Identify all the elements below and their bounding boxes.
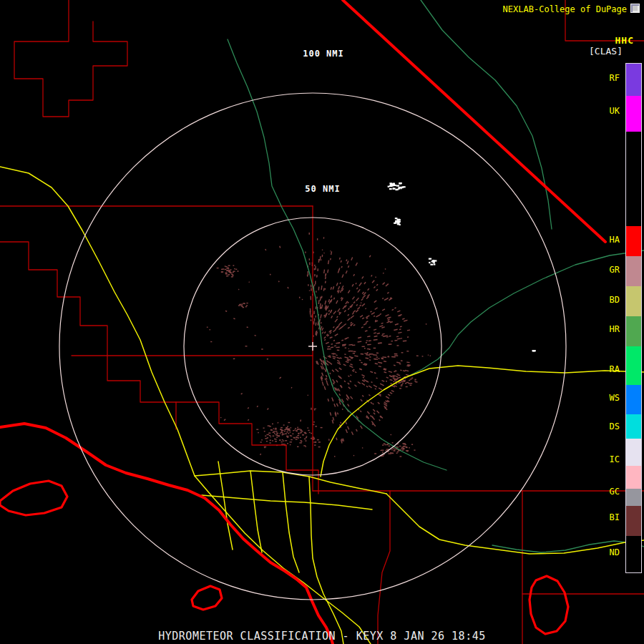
- brand-text: NEXLAB-College of DuPage: [503, 4, 627, 14]
- legend-segment-gr: [626, 256, 641, 286]
- legend-segment-hr: [626, 316, 641, 346]
- interstate-layer: [0, 0, 605, 644]
- legend-segment-blank: [626, 132, 641, 226]
- legend-segment-bd: [626, 286, 641, 316]
- legend-segment-ic: [626, 466, 641, 489]
- radar-site-marker: [308, 342, 317, 351]
- legend-segment-bi: [626, 506, 641, 536]
- river-layer: [228, 0, 644, 552]
- legend-segment-ds: [626, 414, 641, 439]
- product-title: HYDROMETEOR CLASSIFICATION - KEYX 8 JAN …: [0, 630, 644, 643]
- radar-display: 50 NMI100 NMI NEXLAB-College of DuPage H…: [0, 0, 644, 644]
- legend-segment-gc: [626, 489, 641, 506]
- nexlab-logo-icon: [630, 4, 640, 13]
- legend-segment-ws: [626, 385, 641, 414]
- radar-map: 50 NMI100 NMI: [0, 0, 644, 644]
- legend-segment-ra: [626, 346, 641, 385]
- range-ring-label: 100 NMI: [303, 49, 344, 59]
- legend-color-bar: [625, 63, 642, 573]
- legend-segment-ha: [626, 226, 641, 256]
- product-tag-label: [CLAS]: [589, 46, 623, 57]
- ring-label-layer: 50 NMI100 NMI: [303, 49, 344, 194]
- highway-layer: [0, 167, 644, 644]
- range-ring-layer: [59, 93, 566, 600]
- legend-segment-blank: [626, 439, 641, 466]
- legend-segment-rf: [626, 64, 641, 96]
- range-ring-label: 50 NMI: [305, 184, 340, 194]
- county-border-layer: [0, 0, 644, 644]
- snow-echo-layer: [388, 182, 536, 351]
- legend-segment-uk: [626, 96, 641, 132]
- lake-outline-layer: [0, 481, 568, 634]
- product-id-label: HHC: [615, 35, 634, 46]
- legend-segment-nd: [626, 536, 641, 572]
